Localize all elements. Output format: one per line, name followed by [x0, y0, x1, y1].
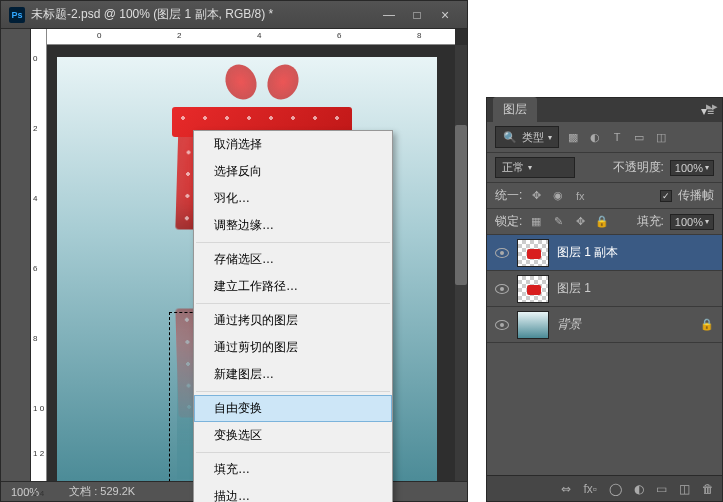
menu-item[interactable]: 存储选区… — [194, 246, 392, 273]
context-menu: 取消选择选择反向羽化…调整边缘…存储选区…建立工作路径…通过拷贝的图层通过剪切的… — [193, 130, 393, 502]
filter-text-icon[interactable]: T — [609, 129, 625, 145]
minimize-button[interactable]: — — [375, 5, 403, 25]
menu-item[interactable]: 变换选区 — [194, 422, 392, 449]
menu-item[interactable]: 自由变换 — [194, 395, 392, 422]
opacity-value: 100% — [675, 162, 703, 174]
lock-position-icon[interactable]: ✥ — [572, 214, 588, 230]
tool-column — [1, 29, 31, 481]
window-buttons: — □ × — [375, 5, 459, 25]
menu-item[interactable]: 羽化… — [194, 185, 392, 212]
layer-thumbnail[interactable] — [517, 239, 549, 267]
unify-row: 统一: ✥ ◉ fx ✓ 传播帧 — [487, 183, 722, 209]
menu-item[interactable]: 建立工作路径… — [194, 273, 392, 300]
filter-smart-icon[interactable]: ◫ — [653, 129, 669, 145]
menu-item[interactable]: 取消选择 — [194, 131, 392, 158]
fill-label: 填充: — [637, 213, 664, 230]
propagate-label: 传播帧 — [678, 187, 714, 204]
mask-icon[interactable]: ◯ — [609, 482, 622, 496]
lock-all-icon[interactable]: 🔒 — [594, 214, 610, 230]
eye-icon[interactable] — [495, 320, 509, 330]
chevron-down-icon: ▾ — [705, 163, 709, 172]
layer-thumbnail[interactable] — [517, 275, 549, 303]
lock-icon: 🔒 — [700, 318, 714, 331]
photoshop-icon: Ps — [9, 7, 25, 23]
tab-layers[interactable]: 图层 — [493, 97, 537, 122]
layer-name[interactable]: 图层 1 副本 — [557, 244, 722, 261]
filter-row: 🔍 类型 ▾ ▩ ◐ T ▭ ◫ — [487, 122, 722, 153]
ruler-horizontal[interactable]: 02468 — [47, 29, 455, 45]
propagate-checkbox[interactable]: ✓ — [660, 190, 672, 202]
ruler-vertical[interactable]: 024681 01 21 4 — [31, 29, 47, 481]
chevron-down-icon: ▾ — [528, 163, 532, 172]
menu-separator — [196, 452, 390, 453]
ruler-tick: 2 — [177, 31, 181, 40]
opacity-input[interactable]: 100% ▾ — [670, 160, 714, 176]
layer-name[interactable]: 背景 — [557, 316, 700, 333]
new-layer-icon[interactable]: ◫ — [679, 482, 690, 496]
ruler-tick: 0 — [33, 54, 37, 63]
collapse-handle-icon[interactable]: ▸▸ — [706, 100, 718, 113]
lock-row: 锁定: ▦ ✎ ✥ 🔒 填充: 100% ▾ — [487, 209, 722, 235]
menu-item[interactable]: 填充… — [194, 456, 392, 483]
menu-separator — [196, 242, 390, 243]
menu-separator — [196, 303, 390, 304]
menu-item[interactable]: 选择反向 — [194, 158, 392, 185]
chevron-down-icon: ▾ — [705, 217, 709, 226]
eye-icon[interactable] — [495, 248, 509, 258]
lock-label: 锁定: — [495, 213, 522, 230]
layer-row[interactable]: 图层 1 — [487, 271, 722, 307]
panel-tabs: 图层 ▾≡ — [487, 98, 722, 122]
scrollbar-thumb[interactable] — [455, 125, 467, 285]
ruler-tick: 8 — [417, 31, 421, 40]
blend-mode-label: 正常 — [502, 160, 524, 175]
ruler-tick: 0 — [97, 31, 101, 40]
filter-kind-label: 类型 — [522, 130, 544, 145]
ruler-tick: 4 — [33, 194, 37, 203]
ruler-tick: 1 4 — [33, 489, 44, 498]
layer-row[interactable]: 图层 1 副本 — [487, 235, 722, 271]
filter-shape-icon[interactable]: ▭ — [631, 129, 647, 145]
trash-icon[interactable]: 🗑 — [702, 482, 714, 496]
ruler-tick: 6 — [337, 31, 341, 40]
ruler-tick: 1 2 — [33, 449, 44, 458]
chevron-down-icon: ▾ — [548, 133, 552, 142]
search-icon: 🔍 — [502, 129, 518, 145]
lock-image-icon[interactable]: ✎ — [550, 214, 566, 230]
unify-style-icon[interactable]: fx — [572, 188, 588, 204]
window-title: 未标题-2.psd @ 100% (图层 1 副本, RGB/8) * — [31, 6, 375, 23]
filter-pixel-icon[interactable]: ▩ — [565, 129, 581, 145]
group-icon[interactable]: ▭ — [656, 482, 667, 496]
adjustment-icon[interactable]: ◐ — [634, 482, 644, 496]
lock-transparent-icon[interactable]: ▦ — [528, 214, 544, 230]
unify-label: 统一: — [495, 187, 522, 204]
menu-item[interactable]: 调整边缘… — [194, 212, 392, 239]
fx-icon[interactable]: fx▫ — [583, 482, 597, 496]
menu-item[interactable]: 通过拷贝的图层 — [194, 307, 392, 334]
ruler-tick: 4 — [257, 31, 261, 40]
menu-item[interactable]: 描边… — [194, 483, 392, 502]
fill-input[interactable]: 100% ▾ — [670, 214, 714, 230]
doc-size: 文档 : 529.2K — [69, 484, 135, 499]
layer-list: 图层 1 副本图层 1背景🔒 — [487, 235, 722, 343]
link-layers-icon[interactable]: ⇔ — [561, 482, 571, 496]
opacity-label: 不透明度: — [613, 159, 664, 176]
filter-adjust-icon[interactable]: ◐ — [587, 129, 603, 145]
layer-row[interactable]: 背景🔒 — [487, 307, 722, 343]
layers-panel: ▸▸ 图层 ▾≡ 🔍 类型 ▾ ▩ ◐ T ▭ ◫ 正常 ▾ 不透明度: 100… — [486, 97, 723, 502]
ruler-tick: 2 — [33, 124, 37, 133]
blend-row: 正常 ▾ 不透明度: 100% ▾ — [487, 153, 722, 183]
ruler-tick: 1 0 — [33, 404, 44, 413]
filter-kind-select[interactable]: 🔍 类型 ▾ — [495, 126, 559, 148]
scrollbar-vertical[interactable] — [455, 45, 467, 481]
close-button[interactable]: × — [431, 5, 459, 25]
maximize-button[interactable]: □ — [403, 5, 431, 25]
eye-icon[interactable] — [495, 284, 509, 294]
blend-mode-select[interactable]: 正常 ▾ — [495, 157, 575, 178]
layer-name[interactable]: 图层 1 — [557, 280, 722, 297]
unify-visibility-icon[interactable]: ◉ — [550, 188, 566, 204]
unify-position-icon[interactable]: ✥ — [528, 188, 544, 204]
layer-thumbnail[interactable] — [517, 311, 549, 339]
menu-item[interactable]: 新建图层… — [194, 361, 392, 388]
menu-item[interactable]: 通过剪切的图层 — [194, 334, 392, 361]
menu-separator — [196, 391, 390, 392]
